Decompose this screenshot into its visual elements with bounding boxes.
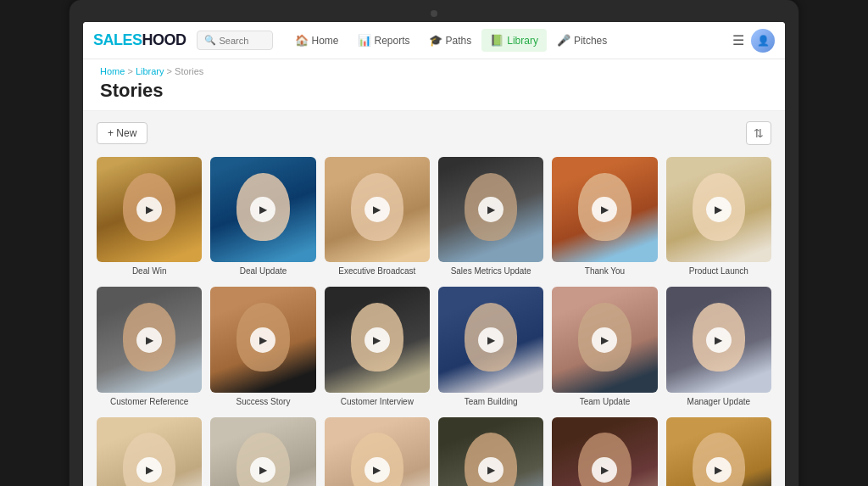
story-label: Thank You: [585, 266, 625, 277]
play-button[interactable]: ▶: [592, 327, 617, 353]
story-card[interactable]: ▶: [552, 417, 657, 486]
page-content: + New ⇅ ▶Deal Win▶Deal Update▶Executive …: [83, 111, 785, 486]
play-button[interactable]: ▶: [250, 457, 275, 483]
story-card[interactable]: ▶Team Update: [552, 287, 657, 406]
toolbar: + New ⇅: [97, 121, 771, 145]
story-card[interactable]: ▶Deal Win: [97, 157, 202, 277]
play-button[interactable]: ▶: [364, 457, 390, 483]
story-thumbnail: ▶: [666, 287, 771, 392]
story-label: Success Story: [236, 397, 291, 407]
breadcrumb-library[interactable]: Library: [136, 66, 164, 76]
logo-sales: SALES: [93, 31, 142, 48]
laptop-screen: SALESHOOD 🔍 🏠 Home 📊 Reports: [83, 22, 785, 486]
search-box[interactable]: 🔍: [197, 31, 273, 50]
nav-paths-label: Paths: [446, 35, 472, 47]
story-card[interactable]: ▶Sales Metrics Update: [438, 157, 543, 277]
breadcrumb-sep2: >: [167, 66, 175, 76]
search-icon: 🔍: [204, 35, 216, 46]
story-card[interactable]: ▶Team Building: [438, 287, 543, 406]
story-thumbnail: ▶: [210, 287, 315, 392]
avatar[interactable]: 👤: [751, 29, 775, 53]
play-button[interactable]: ▶: [706, 327, 732, 353]
play-button[interactable]: ▶: [478, 197, 504, 222]
story-card[interactable]: ▶Manager Update: [666, 287, 771, 406]
logo: SALESHOOD: [93, 31, 186, 49]
nav-reports-label: Reports: [375, 35, 410, 47]
story-card[interactable]: ▶: [97, 417, 202, 486]
story-thumbnail: ▶: [210, 417, 315, 486]
search-input[interactable]: [220, 36, 270, 46]
play-button[interactable]: ▶: [136, 457, 162, 483]
story-thumbnail: ▶: [325, 287, 430, 392]
story-card[interactable]: ▶: [666, 417, 771, 486]
nav-home[interactable]: 🏠 Home: [287, 29, 348, 52]
play-button[interactable]: ▶: [136, 197, 162, 222]
story-label: Executive Broadcast: [338, 266, 415, 277]
screen-bezel: SALESHOOD 🔍 🏠 Home 📊 Reports: [70, 0, 798, 486]
story-thumbnail: ▶: [97, 417, 202, 486]
story-card[interactable]: ▶Deal Update: [210, 157, 315, 277]
play-button[interactable]: ▶: [364, 327, 390, 353]
play-button[interactable]: ▶: [364, 197, 390, 222]
nav-library-label: Library: [507, 35, 538, 47]
story-thumbnail: ▶: [666, 157, 771, 262]
play-button[interactable]: ▶: [478, 327, 504, 353]
play-button[interactable]: ▶: [250, 327, 275, 353]
nav-pitches[interactable]: 🎤 Pitches: [548, 29, 615, 52]
logo-text: SALESHOOD: [93, 31, 186, 49]
story-thumbnail: ▶: [552, 417, 657, 486]
play-button[interactable]: ▶: [592, 457, 617, 483]
story-label: Team Building: [465, 397, 518, 407]
play-button[interactable]: ▶: [478, 457, 504, 483]
story-label: Team Update: [580, 397, 630, 407]
story-card[interactable]: ▶Product Launch: [666, 157, 771, 277]
library-icon: 📗: [490, 34, 504, 47]
story-card[interactable]: ▶Customer Interview: [325, 287, 430, 406]
nav-right: ☰ 👤: [732, 29, 775, 53]
page-header: Home > Library > Stories Stories: [83, 59, 785, 111]
story-thumbnail: ▶: [438, 417, 543, 486]
play-button[interactable]: ▶: [136, 327, 162, 353]
pitches-icon: 🎤: [557, 34, 570, 47]
story-label: Deal Win: [132, 266, 167, 277]
story-card[interactable]: ▶Success Story: [210, 287, 315, 406]
story-thumbnail: ▶: [325, 157, 430, 262]
story-card[interactable]: ▶Executive Broadcast: [325, 157, 430, 277]
story-card[interactable]: ▶: [438, 417, 543, 486]
reports-icon: 📊: [358, 34, 371, 47]
story-card[interactable]: ▶: [325, 417, 430, 486]
breadcrumb-sep1: >: [127, 66, 135, 76]
story-label: Customer Reference: [110, 397, 188, 407]
page-title: Stories: [100, 80, 768, 102]
play-button[interactable]: ▶: [250, 197, 275, 222]
sort-button[interactable]: ⇅: [746, 121, 771, 145]
breadcrumb: Home > Library > Stories: [100, 66, 768, 76]
play-button[interactable]: ▶: [592, 197, 617, 222]
story-thumbnail: ▶: [438, 157, 543, 262]
logo-hood: HOOD: [142, 31, 186, 48]
story-label: Customer Interview: [341, 397, 414, 407]
nav-library[interactable]: 📗 Library: [481, 29, 547, 52]
nav-home-label: Home: [312, 35, 339, 47]
stories-grid: ▶Deal Win▶Deal Update▶Executive Broadcas…: [97, 157, 771, 486]
story-card[interactable]: ▶: [210, 417, 315, 486]
nav-reports[interactable]: 📊 Reports: [349, 29, 419, 52]
nav-items: 🏠 Home 📊 Reports 🎓 Paths 📗 Library: [287, 29, 732, 52]
story-thumbnail: ▶: [666, 417, 771, 486]
story-label: Product Launch: [689, 266, 748, 277]
story-card[interactable]: ▶Thank You: [552, 157, 657, 277]
play-button[interactable]: ▶: [706, 197, 732, 222]
story-thumbnail: ▶: [438, 287, 543, 392]
story-label: Manager Update: [687, 397, 751, 407]
story-card[interactable]: ▶Customer Reference: [97, 287, 202, 406]
breadcrumb-stories: Stories: [175, 66, 203, 76]
camera: [431, 10, 437, 17]
hamburger-icon[interactable]: ☰: [732, 32, 744, 48]
breadcrumb-home[interactable]: Home: [100, 66, 125, 76]
top-nav: SALESHOOD 🔍 🏠 Home 📊 Reports: [83, 22, 785, 59]
story-label: Deal Update: [240, 266, 287, 277]
play-button[interactable]: ▶: [706, 457, 732, 483]
new-button[interactable]: + New: [97, 122, 147, 144]
story-thumbnail: ▶: [325, 417, 430, 486]
nav-paths[interactable]: 🎓 Paths: [420, 29, 481, 52]
